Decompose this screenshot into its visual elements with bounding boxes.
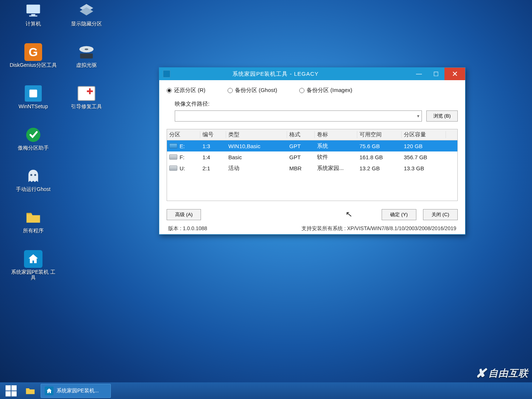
drive-icon <box>169 154 177 160</box>
cell-drive: F: <box>180 154 184 160</box>
monitor-icon <box>23 2 43 20</box>
svg-rect-2 <box>29 16 37 17</box>
icon-label: 所有程序 <box>23 228 44 233</box>
image-path-section: 映像文件路径: ▾ 浏览 (B) <box>175 100 458 122</box>
cell-volume: 系统 <box>315 143 357 150</box>
svg-point-6 <box>85 48 88 50</box>
pe-install-tool-window: 系统家园PE装机工具 - LEGACY — ☐ ✕ 还原分区 (R) 备份分区 … <box>159 67 466 235</box>
virtual-cd-icon[interactable]: 虚拟光驱 <box>61 43 112 80</box>
col-type[interactable]: 类型 <box>226 131 287 138</box>
cell-type: Basic <box>226 154 287 160</box>
icon-label: 手动运行Ghost <box>16 187 50 192</box>
drive-icon <box>169 166 177 171</box>
table-row[interactable]: F:1:4BasicGPT软件161.8 GB356.7 GB <box>167 151 457 163</box>
show-hidden-partition-icon[interactable]: 显示隐藏分区 <box>61 2 112 39</box>
aomei-partition-icon[interactable]: 傲梅分区助手 <box>7 126 59 163</box>
cell-number: 1:4 <box>200 154 226 160</box>
ghost-glyph-icon <box>23 167 43 185</box>
icon-label: 计算机 <box>25 21 41 27</box>
cell-free: 13.2 GB <box>357 165 402 171</box>
radio-label: 备份分区 (Imagex) <box>307 87 352 94</box>
drive-icon <box>169 143 177 149</box>
mode-radio-group: 还原分区 (R) 备份分区 (Ghost) 备份分区 (Imagex) <box>167 87 458 94</box>
radio-dot-icon <box>299 88 304 93</box>
radio-label: 备份分区 (Ghost) <box>235 87 277 94</box>
pe-tool-icon[interactable]: 系统家园PE装机 工具 <box>7 250 59 287</box>
folder-icon <box>23 209 43 226</box>
svg-rect-1 <box>31 14 35 16</box>
desktop-icons: 计算机 显示隐藏分区 G DiskGenius分区工具 虚拟光驱 WinNTS <box>7 2 118 291</box>
version-text: 版本 : 1.0.0.1088 <box>168 225 207 232</box>
minimize-button[interactable]: — <box>410 68 427 80</box>
radio-dot-icon <box>228 88 233 93</box>
computer-icon[interactable]: 计算机 <box>7 2 59 39</box>
watermark: ✘ 自由互联 <box>475 366 528 381</box>
icon-label: 系统家园PE装机 工具 <box>9 269 57 281</box>
icon-label: 引导修复工具 <box>71 104 102 109</box>
boot-repair-icon[interactable]: 引导修复工具 <box>61 85 112 122</box>
setup-icon <box>23 85 43 102</box>
table-body: E:1:3WIN10,BasicGPT系统75.6 GB120 GBF:1:4B… <box>167 140 457 174</box>
table-row[interactable]: U:2:1活动MBR系统家园...13.2 GB13.3 GB <box>167 163 457 174</box>
col-partition[interactable]: 分区 <box>167 131 200 138</box>
all-programs-icon[interactable]: 所有程序 <box>7 209 59 246</box>
col-size[interactable]: 分区容量 <box>402 131 446 138</box>
maximize-button[interactable]: ☐ <box>427 68 444 80</box>
radio-dot-icon <box>167 88 172 93</box>
close-app-button[interactable]: 关闭 (C) <box>423 209 458 220</box>
table-header: 分区 编号 类型 格式 卷标 可用空间 分区容量 <box>167 129 457 140</box>
cell-number: 1:3 <box>200 143 226 149</box>
window-titlebar[interactable]: 系统家园PE装机工具 - LEGACY — ☐ ✕ <box>159 68 465 80</box>
advanced-button[interactable]: 高级 (A) <box>167 209 201 220</box>
window-buttons: — ☐ ✕ <box>410 68 465 80</box>
dg-logo-icon: G <box>23 43 43 61</box>
close-button[interactable]: ✕ <box>444 68 465 80</box>
image-path-label: 映像文件路径: <box>175 100 458 108</box>
windows-logo-icon <box>6 385 17 396</box>
cell-format: GPT <box>287 143 315 149</box>
footer-buttons: 高级 (A) 确定 (Y) 关闭 (C) <box>167 209 458 220</box>
svg-rect-8 <box>30 90 37 98</box>
cell-drive: E: <box>180 143 185 149</box>
radio-label: 还原分区 (R) <box>174 87 205 94</box>
svg-rect-7 <box>80 54 93 58</box>
start-button[interactable] <box>2 384 20 398</box>
partition-table: 分区 编号 类型 格式 卷标 可用空间 分区容量 E:1:3WIN10,Basi… <box>167 129 458 201</box>
cell-number: 2:1 <box>200 165 226 171</box>
cell-size: 13.3 GB <box>402 165 446 171</box>
desktop: 计算机 显示隐藏分区 G DiskGenius分区工具 虚拟光驱 WinNTS <box>0 0 532 399</box>
cell-drive: U: <box>180 165 185 171</box>
restore-partition-radio[interactable]: 还原分区 (R) <box>167 87 205 94</box>
status-line: 版本 : 1.0.0.1088 支持安装所有系统 : XP/VISTA/WIN7… <box>167 224 458 234</box>
col-volume[interactable]: 卷标 <box>315 131 357 138</box>
col-number[interactable]: 编号 <box>200 131 226 138</box>
taskbar: 系统家园PE装机... <box>0 382 532 399</box>
ghost-icon[interactable]: 手动运行Ghost <box>7 167 59 204</box>
svg-point-11 <box>34 174 36 176</box>
icon-label: WinNTSetup <box>18 104 48 109</box>
taskbar-active-task[interactable]: 系统家园PE装机... <box>41 384 111 398</box>
cell-size: 120 GB <box>402 143 446 149</box>
watermark-text: 自由互联 <box>488 367 528 380</box>
window-body: 还原分区 (R) 备份分区 (Ghost) 备份分区 (Imagex) 映像文件… <box>159 80 465 234</box>
house-icon <box>23 250 43 268</box>
taskbar-explorer-icon[interactable] <box>22 384 38 398</box>
col-free[interactable]: 可用空间 <box>357 131 402 138</box>
winntsetup-icon[interactable]: WinNTSetup <box>7 85 59 122</box>
window-title: 系统家园PE装机工具 - LEGACY <box>174 71 410 78</box>
cell-free: 161.8 GB <box>357 154 402 160</box>
table-row[interactable]: E:1:3WIN10,BasicGPT系统75.6 GB120 GB <box>167 140 457 151</box>
diskgenius-icon[interactable]: G DiskGenius分区工具 <box>7 43 59 80</box>
support-text: 支持安装所有系统 : XP/VISTA/WIN7/8/8.1/10/2003/2… <box>301 225 456 232</box>
col-format[interactable]: 格式 <box>287 131 315 138</box>
browse-button[interactable]: 浏览 (B) <box>426 110 458 122</box>
browse-label: 浏览 (B) <box>433 113 451 119</box>
backup-imagex-radio[interactable]: 备份分区 (Imagex) <box>299 87 352 94</box>
cd-icon <box>76 43 96 61</box>
image-path-combo[interactable]: ▾ <box>175 110 422 122</box>
backup-ghost-radio[interactable]: 备份分区 (Ghost) <box>228 87 277 94</box>
cell-format: GPT <box>287 154 315 160</box>
ok-button[interactable]: 确定 (Y) <box>382 209 416 220</box>
button-label: 确定 (Y) <box>390 211 407 218</box>
cell-format: MBR <box>287 165 315 171</box>
